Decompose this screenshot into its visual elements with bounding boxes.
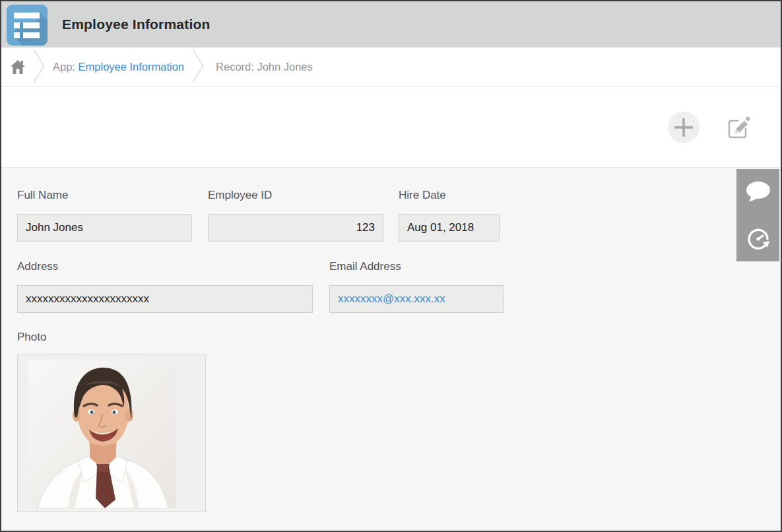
page: Employee Information App: Employee Infor… — [0, 0, 782, 532]
record-history-icon — [746, 226, 771, 251]
photo-label: Photo — [17, 331, 46, 344]
comments-button[interactable] — [744, 180, 772, 205]
address-value: xxxxxxxxxxxxxxxxxxxxxx — [17, 285, 313, 313]
page-title: Employee Information — [62, 17, 211, 32]
history-button[interactable] — [744, 226, 772, 251]
pencil-square-icon — [727, 116, 751, 140]
email-address-value: xxxxxxxx@xxx.xxx.xx — [329, 285, 504, 313]
add-record-button[interactable] — [668, 112, 700, 143]
hire-date-label: Hire Date — [399, 189, 446, 202]
record-side-panel — [736, 169, 779, 261]
home-icon[interactable] — [11, 60, 25, 75]
chevron-right-icon — [33, 49, 45, 86]
employee-id-value: 123 — [208, 214, 383, 242]
address-label: Address — [17, 260, 58, 273]
employee-id-label: Employee ID — [208, 189, 272, 202]
speech-bubble-icon — [745, 181, 771, 203]
hire-date-value: Aug 01, 2018 — [399, 214, 500, 242]
full-name-label: Full Name — [17, 189, 68, 202]
breadcrumb-record: Record: John Jones — [216, 61, 313, 73]
breadcrumb-app-link[interactable]: Employee Information — [79, 61, 185, 73]
app-list-icon[interactable] — [7, 5, 48, 46]
breadcrumb-app-crumb: App: Employee Information — [53, 61, 184, 73]
record-form: Full Name Employee ID Hire Date John Jon… — [1, 168, 781, 531]
plus-icon — [674, 117, 694, 137]
app-header: Employee Information — [1, 1, 781, 48]
email-address-label: Email Address — [329, 260, 401, 273]
record-toolbar — [1, 87, 781, 168]
employee-photo[interactable] — [28, 360, 176, 508]
breadcrumb-app-prefix: App: — [53, 61, 75, 73]
full-name-value: John Jones — [17, 214, 192, 242]
edit-record-button[interactable] — [727, 116, 751, 140]
email-link[interactable]: xxxxxxxx@xxx.xxx.xx — [338, 292, 445, 305]
chevron-right-icon — [192, 49, 204, 86]
photo-field — [17, 354, 206, 512]
breadcrumb: App: Employee Information Record: John J… — [1, 48, 781, 87]
